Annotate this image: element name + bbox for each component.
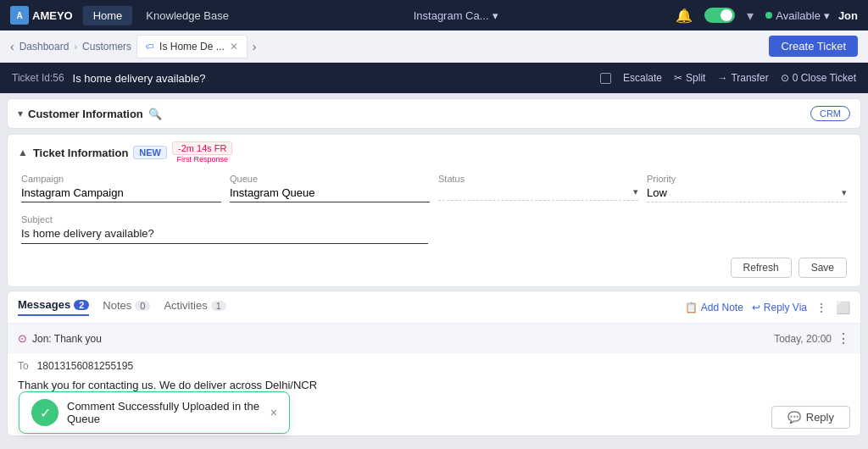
priority-field[interactable]: Priority Low ▾ — [647, 174, 847, 202]
status-arrow-icon: ▾ — [633, 186, 638, 197]
ticket-info-header[interactable]: ▲ Ticket Information NEW -2m 14s FR Firs… — [8, 135, 860, 170]
badge-new: NEW — [133, 146, 167, 159]
toggle-circle — [721, 9, 732, 21]
status-label: Status — [438, 174, 638, 184]
status-select[interactable]: ▾ — [438, 186, 638, 201]
tab-bar-right: Create Ticket — [769, 36, 858, 57]
close-ticket-button[interactable]: ⊙ 0 Close Ticket — [781, 72, 856, 84]
customer-info-title: Customer Information — [28, 108, 143, 120]
add-note-button[interactable]: 📋 Add Note — [685, 302, 743, 313]
messages-count: 2 — [74, 300, 89, 310]
ticket-info-chevron-icon: ▲ — [18, 147, 28, 158]
toast-notification: ✓ Comment Successfully Uploaded in the Q… — [19, 391, 290, 434]
transfer-button[interactable]: → Transfer — [717, 72, 768, 84]
escalate-checkbox[interactable] — [600, 73, 611, 84]
save-button[interactable]: Save — [798, 258, 847, 278]
user-name: Jon — [838, 9, 858, 22]
breadcrumb-separator: › — [74, 42, 77, 52]
priority-label: Priority — [647, 174, 847, 184]
logo-icon: A — [10, 6, 29, 25]
nav-knowledge-base-button[interactable]: Knowledge Base — [136, 6, 239, 25]
ticket-id: Ticket Id:56 — [12, 72, 64, 84]
tab-close-icon[interactable]: ✕ — [230, 41, 238, 53]
to-value: 18013156081255195 — [37, 360, 133, 372]
message-to: To 18013156081255195 — [18, 360, 850, 372]
forward-button[interactable]: › — [253, 40, 257, 53]
tab-messages[interactable]: Messages 2 — [18, 298, 89, 316]
toast-close-icon[interactable]: × — [270, 406, 277, 419]
status-chevron-icon: ▾ — [824, 9, 830, 22]
ticket-info-section: ▲ Ticket Information NEW -2m 14s FR Firs… — [7, 134, 861, 287]
availability-status[interactable]: Available ▾ — [765, 9, 830, 22]
add-note-icon: 📋 — [685, 302, 698, 313]
queue-field: Queue Instagram Queue — [230, 174, 430, 202]
form-grid: Campaign Instagram Campaign Queue Instag… — [8, 170, 860, 211]
message-time: Today, 20:00 ⋮ — [774, 330, 850, 346]
ticket-title: Is home delivery available? — [73, 72, 206, 85]
app-logo: A AMEYO — [10, 6, 73, 25]
toast-text: Comment Successfully Uploaded in the Que… — [67, 400, 262, 425]
to-label: To — [18, 360, 29, 372]
nav-center-area: Instagram Ca... ▾ — [242, 9, 669, 22]
customer-info-chevron-icon: ▾ — [18, 108, 23, 119]
nav-home-button[interactable]: Home — [83, 6, 133, 25]
close-ticket-icon: ⊙ — [781, 72, 789, 84]
crm-button[interactable]: CRM — [810, 106, 850, 121]
refresh-button[interactable]: Refresh — [731, 258, 792, 278]
reply-button[interactable]: 💬 Reply — [771, 406, 850, 429]
toast-success-icon: ✓ — [31, 399, 58, 426]
campaign-selector[interactable]: Instagram Ca... ▾ — [414, 9, 498, 22]
customer-info-section: ▾ Customer Information 🔍 CRM — [7, 98, 861, 129]
status-toggle[interactable] — [704, 8, 735, 23]
activities-count: 1 — [211, 301, 226, 311]
search-icon[interactable]: 🔍 — [148, 108, 162, 120]
reply-via-button[interactable]: ↩ Reply Via — [752, 302, 807, 313]
status-dot — [765, 12, 772, 19]
message-options-icon[interactable]: ⋮ — [837, 330, 850, 346]
split-icon: ✂ — [674, 72, 682, 84]
tab-ticket-icon: 🏷 — [146, 42, 154, 51]
filter-icon[interactable]: ⋮ — [815, 301, 827, 314]
tab-activities[interactable]: Activities 1 — [164, 299, 225, 315]
breadcrumb-dashboard[interactable]: Dashboard — [19, 41, 70, 53]
message-sender: ⊙ Jon: Thank you — [18, 332, 102, 345]
reply-icon: 💬 — [787, 411, 801, 424]
status-field[interactable]: Status ▾ — [438, 174, 638, 202]
ticket-actions: Escalate ✂ Split → Transfer ⊙ 0 Close Ti… — [600, 72, 856, 84]
transfer-icon: → — [717, 72, 727, 84]
tab-right-actions: 📋 Add Note ↩ Reply Via ⋮ ⬜ — [685, 301, 850, 314]
ticket-tab[interactable]: 🏷 Is Home De ... ✕ — [136, 35, 248, 58]
split-button[interactable]: ✂ Split — [674, 72, 705, 84]
tab-notes[interactable]: Notes 0 — [103, 299, 150, 315]
create-ticket-button[interactable]: Create Ticket — [769, 36, 858, 57]
instagram-icon: ⊙ — [18, 332, 27, 345]
campaign-label: Campaign — [21, 174, 221, 184]
tab-bar: ‹ Dashboard › Customers 🏷 Is Home De ...… — [0, 30, 868, 63]
customer-info-header[interactable]: ▾ Customer Information 🔍 CRM — [8, 99, 860, 128]
export-icon[interactable]: ⬜ — [836, 301, 850, 314]
back-button[interactable]: ‹ — [10, 40, 14, 53]
ticket-header: Ticket Id:56 Is home delivery available?… — [0, 63, 868, 93]
tab-label: Is Home De ... — [159, 41, 225, 53]
notes-count: 0 — [135, 301, 150, 311]
chevron-down-icon: ▾ — [492, 9, 498, 22]
badge-time: -2m 14s FR — [172, 141, 232, 155]
campaign-field: Campaign Instagram Campaign — [21, 174, 221, 202]
nav-dropdown-icon[interactable]: ▾ — [743, 6, 757, 25]
form-actions: Refresh Save — [8, 254, 860, 286]
message-item-header: ⊙ Jon: Thank you Today, 20:00 ⋮ — [8, 324, 860, 353]
badge-sublabel: First Response — [176, 155, 228, 164]
queue-label: Queue — [230, 174, 430, 184]
top-navigation: A AMEYO Home Knowledge Base Instagram Ca… — [0, 0, 868, 30]
subject-value: Is home delivery available? — [21, 227, 428, 244]
subject-row: Subject Is home delivery available? — [8, 211, 860, 254]
campaign-value: Instagram Campaign — [21, 186, 221, 202]
escalate-button[interactable]: Escalate — [623, 72, 662, 84]
breadcrumb-customers[interactable]: Customers — [82, 41, 131, 53]
ticket-info-title: Ticket Information — [33, 147, 128, 159]
nav-right-area: 🔔 ▾ Available ▾ Jon — [672, 6, 858, 25]
reply-via-icon: ↩ — [752, 302, 760, 313]
messages-tabs: Messages 2 Notes 0 Activities 1 📋 Add No… — [8, 291, 860, 324]
priority-select[interactable]: Low ▾ — [647, 186, 847, 202]
bell-icon[interactable]: 🔔 — [672, 6, 696, 25]
